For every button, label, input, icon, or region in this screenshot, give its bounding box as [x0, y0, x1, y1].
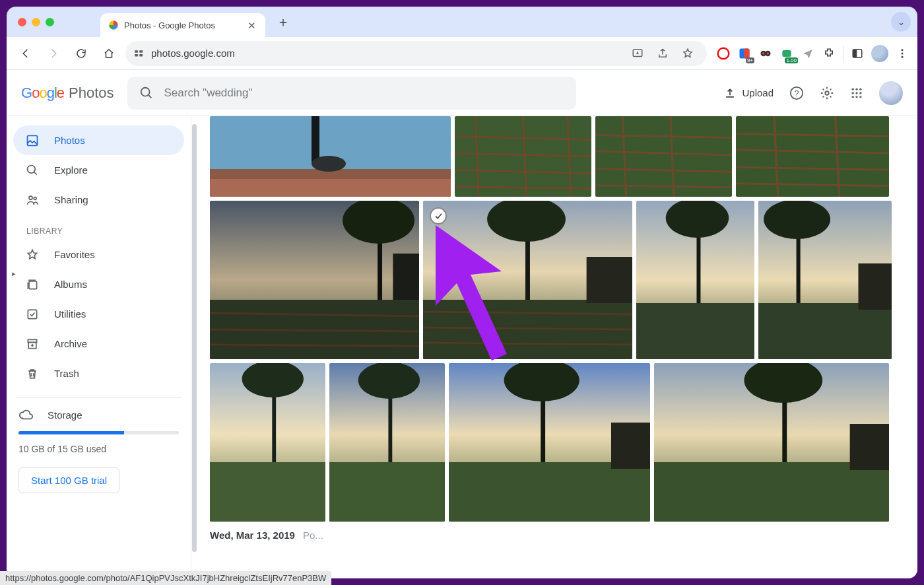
- extension-goggles-icon[interactable]: [758, 46, 773, 61]
- new-tab-button[interactable]: ＋: [273, 12, 293, 32]
- svg-point-29: [855, 96, 857, 98]
- home-button[interactable]: [98, 42, 120, 65]
- svg-rect-2: [135, 54, 138, 57]
- cloud-icon: [18, 407, 33, 422]
- minimize-window-button[interactable]: [32, 18, 40, 26]
- bookmark-icon[interactable]: [676, 42, 699, 65]
- extension-green-badge-icon[interactable]: 1.00: [779, 46, 794, 61]
- select-photo-checkbox[interactable]: [430, 207, 447, 224]
- browser-tab[interactable]: Photos - Google Photos ✕: [100, 13, 265, 37]
- close-window-button[interactable]: [18, 18, 26, 26]
- photo-thumbnail[interactable]: [210, 201, 419, 359]
- tab-title: Photos - Google Photos: [124, 20, 215, 30]
- svg-point-10: [762, 52, 764, 54]
- sidebar-item-photos[interactable]: Photos: [13, 125, 184, 155]
- account-avatar[interactable]: [879, 81, 903, 105]
- extension-badge-count: 9+: [746, 57, 754, 63]
- tab-strip: Photos - Google Photos ✕ ＋ ⌄: [7, 7, 917, 37]
- sidebar-item-label: Explore: [54, 164, 88, 176]
- settings-button[interactable]: [820, 86, 834, 100]
- extension-paperplane-icon[interactable]: [801, 46, 815, 61]
- nav-forward-button[interactable]: [42, 42, 65, 65]
- google-photos-favicon: [108, 20, 119, 30]
- expand-caret-icon[interactable]: ▸: [12, 269, 16, 278]
- reload-button[interactable]: [70, 42, 92, 65]
- extensions-menu-icon[interactable]: [822, 46, 836, 61]
- svg-point-22: [852, 88, 854, 90]
- sidebar-item-albums[interactable]: Albums: [13, 269, 184, 299]
- svg-rect-36: [28, 310, 36, 318]
- photo-thumbnail[interactable]: [449, 363, 650, 522]
- photo-thumbnail[interactable]: [210, 363, 325, 522]
- maximize-window-button[interactable]: [46, 18, 54, 26]
- tab-overflow-button[interactable]: ⌄: [891, 12, 911, 32]
- photo-thumbnail[interactable]: [329, 363, 445, 522]
- photo-thumbnail[interactable]: [654, 363, 889, 522]
- photo-thumbnail[interactable]: [758, 201, 892, 359]
- photo-thumbnail[interactable]: [636, 201, 754, 359]
- address-bar[interactable]: photos.google.com: [125, 41, 707, 66]
- svg-rect-35: [29, 281, 37, 289]
- google-photos-app: Google Photos Search "wedding" Upload ?: [7, 70, 917, 578]
- share-icon[interactable]: [651, 42, 674, 65]
- sidebar-divider: [16, 397, 182, 398]
- extension-opera-icon[interactable]: [716, 46, 731, 61]
- sidebar-item-storage[interactable]: Storage: [18, 407, 179, 422]
- extension-badge-value: 1.00: [785, 57, 798, 63]
- sidebar-item-trash[interactable]: Trash: [13, 359, 184, 388]
- star-icon: [25, 248, 40, 262]
- search-icon: [25, 163, 40, 178]
- browser-menu-icon[interactable]: [895, 46, 909, 61]
- photo-thumbnail[interactable]: [736, 116, 889, 197]
- upload-button[interactable]: Upload: [723, 86, 774, 100]
- svg-point-5: [718, 48, 729, 59]
- svg-point-21: [825, 91, 829, 95]
- storage-label: Storage: [48, 409, 82, 421]
- upload-label: Upload: [742, 87, 774, 98]
- svg-point-16: [902, 52, 904, 54]
- svg-rect-78: [636, 303, 754, 359]
- svg-rect-90: [449, 462, 650, 522]
- photo-thumbnail[interactable]: [595, 116, 732, 197]
- photo-grid: Wed, Mar 13, 2019 Po...: [198, 116, 917, 578]
- install-app-icon[interactable]: [626, 42, 649, 65]
- nav-back-button[interactable]: [15, 42, 37, 65]
- album-icon: [25, 277, 40, 292]
- profile-avatar-icon[interactable]: [871, 45, 888, 62]
- photos-icon: [25, 133, 40, 148]
- svg-point-42: [312, 156, 346, 172]
- svg-point-24: [859, 88, 861, 90]
- sidebar-item-favorites[interactable]: Favorites: [13, 240, 184, 269]
- svg-rect-0: [135, 50, 138, 53]
- upload-icon: [723, 86, 737, 100]
- search-input[interactable]: Search "wedding": [127, 77, 576, 110]
- sidebar-item-label: Favorites: [54, 249, 95, 260]
- help-button[interactable]: ?: [789, 86, 804, 100]
- svg-point-11: [767, 52, 769, 54]
- sidebar-item-label: Sharing: [54, 194, 88, 205]
- sidebar-item-sharing[interactable]: Sharing: [13, 185, 184, 215]
- google-photos-logo[interactable]: Google Photos: [21, 85, 114, 102]
- site-info-icon[interactable]: [133, 48, 145, 59]
- date-label: Wed, Mar 13, 2019: [210, 530, 295, 541]
- svg-rect-7: [744, 48, 749, 58]
- photo-thumbnail[interactable]: [423, 201, 632, 359]
- svg-rect-81: [758, 303, 892, 359]
- extension-badge-9plus-icon[interactable]: 9+: [737, 46, 752, 61]
- app-header: Google Photos Search "wedding" Upload ?: [7, 70, 917, 116]
- status-bar-link: https://photos.google.com/photo/AF1QipPV…: [7, 571, 331, 578]
- svg-rect-84: [210, 462, 325, 522]
- sidebar-item-archive[interactable]: Archive: [13, 329, 184, 359]
- sidebar-item-utilities[interactable]: Utilities: [13, 299, 184, 329]
- svg-point-17: [902, 55, 904, 57]
- svg-point-23: [855, 88, 857, 90]
- url-text: photos.google.com: [151, 48, 235, 59]
- start-trial-button[interactable]: Start 100 GB trial: [18, 467, 119, 493]
- apps-grid-button[interactable]: [850, 86, 863, 100]
- sidebar-item-explore[interactable]: Explore: [13, 155, 184, 185]
- side-panel-icon[interactable]: [850, 46, 865, 61]
- photo-thumbnail[interactable]: [455, 116, 591, 197]
- close-tab-icon[interactable]: ✕: [248, 20, 256, 30]
- sidebar-scrollbar[interactable]: [191, 116, 198, 578]
- photo-thumbnail[interactable]: [210, 116, 451, 197]
